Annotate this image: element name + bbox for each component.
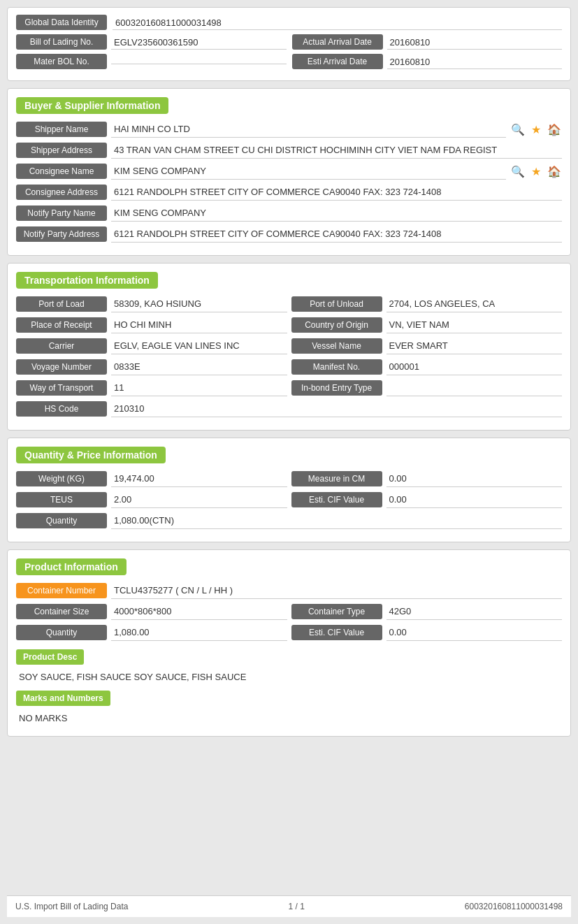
notify-party-address-value: 6121 RANDOLPH STREET CITY OF COMMERCE CA… <box>111 226 562 243</box>
port-of-unload-col: Port of Unload 2704, LOS ANGELES, CA <box>291 296 563 312</box>
page: Global Data Identity 6003201608110000314… <box>0 0 578 924</box>
quantity-value: 1,080.00(CTN) <box>111 512 562 529</box>
way-of-transport-label: Way of Transport <box>16 380 107 396</box>
place-of-receipt-col: Place of Receipt HO CHI MINH <box>16 317 287 333</box>
voyage-number-col: Voyage Number 0833E <box>16 359 287 375</box>
product-esti-cif-col: Esti. CIF Value 0.00 <box>291 624 563 641</box>
container-size-value: 4000*806*800 <box>111 603 287 620</box>
voyage-number-value: 0833E <box>111 359 287 375</box>
esti-arrival-date-value: 20160810 <box>387 54 563 69</box>
product-quantity-cif-row: Quantity 1,080.00 Esti. CIF Value 0.00 <box>16 624 562 641</box>
shipper-star-icon[interactable]: ★ <box>528 122 544 137</box>
carrier-value: EGLV, EAGLE VAN LINES INC <box>111 338 287 354</box>
consignee-name-value: KIM SENG COMPANY <box>111 163 506 180</box>
weight-measure-row: Weight (KG) 19,474.00 Measure in CM 0.00 <box>16 470 562 487</box>
container-number-row: Container Number TCLU4375277 ( CN / L / … <box>16 582 562 599</box>
footer-center: 1 / 1 <box>288 902 304 911</box>
notify-party-address-row: Notify Party Address 6121 RANDOLPH STREE… <box>16 226 562 243</box>
esti-cif-col: Esti. CIF Value 0.00 <box>291 491 563 508</box>
footer-left: U.S. Import Bill of Lading Data <box>15 902 128 911</box>
weight-kg-col: Weight (KG) 19,474.00 <box>16 470 287 487</box>
teus-label: TEUS <box>16 492 107 507</box>
product-desc-text: SOY SAUCE, FISH SAUCE SOY SAUCE, FISH SA… <box>16 667 562 686</box>
inbond-entry-value <box>386 380 563 396</box>
footer: U.S. Import Bill of Lading Data 1 / 1 60… <box>7 895 571 917</box>
esti-cif-value-label: Esti. CIF Value <box>291 492 382 507</box>
manifest-no-label: Manifest No. <box>291 359 382 375</box>
marks-and-numbers-button[interactable]: Marks and Numbers <box>16 691 110 706</box>
shipper-name-value: HAI MINH CO LTD <box>111 121 506 138</box>
shipper-icons: 🔍 ★ 🏠 <box>510 122 562 137</box>
quantity-label: Quantity <box>16 513 107 528</box>
consignee-star-icon[interactable]: ★ <box>528 164 544 179</box>
actual-arrival-date-value: 20160810 <box>387 34 563 50</box>
carrier-label: Carrier <box>16 338 107 354</box>
product-desc-button[interactable]: Product Desc <box>16 649 84 665</box>
esti-cif-value-value: 0.00 <box>386 491 563 508</box>
weight-kg-value: 19,474.00 <box>111 470 287 487</box>
manifest-no-col: Manifest No. 000001 <box>291 359 563 375</box>
product-header: Product Information <box>16 558 127 575</box>
teus-cif-row: TEUS 2.00 Esti. CIF Value 0.00 <box>16 491 562 508</box>
notify-party-name-row: Notify Party Name KIM SENG COMPANY <box>16 205 562 222</box>
consignee-icons: 🔍 ★ 🏠 <box>510 164 562 179</box>
voyage-manifest-row: Voyage Number 0833E Manifest No. 000001 <box>16 359 562 375</box>
shipper-name-row: Shipper Name HAI MINH CO LTD 🔍 ★ 🏠 <box>16 121 562 138</box>
bill-of-lading-col: Bill of Lading No. EGLV235600361590 <box>16 34 287 50</box>
product-quantity-value: 1,080.00 <box>111 624 287 641</box>
place-of-receipt-label: Place of Receipt <box>16 317 107 333</box>
country-of-origin-label: Country of Origin <box>291 317 382 333</box>
esti-arrival-col: Esti Arrival Date 20160810 <box>292 54 563 69</box>
shipper-address-label: Shipper Address <box>16 143 107 158</box>
bill-of-lading-value: EGLV235600361590 <box>111 34 287 50</box>
top-card: Global Data Identity 6003201608110000314… <box>7 7 571 81</box>
vessel-name-label: Vessel Name <box>291 338 382 354</box>
container-size-col: Container Size 4000*806*800 <box>16 603 287 620</box>
shipper-search-icon[interactable]: 🔍 <box>510 122 526 137</box>
container-number-value: TCLU4375277 ( CN / L / HH ) <box>111 582 562 599</box>
port-of-load-value: 58309, KAO HSIUNG <box>111 296 287 312</box>
container-type-col: Container Type 42G0 <box>291 603 563 620</box>
container-type-value: 42G0 <box>386 603 563 620</box>
quantity-price-card: Quantity & Price Information Weight (KG)… <box>7 438 571 542</box>
port-of-unload-value: 2704, LOS ANGELES, CA <box>386 296 563 312</box>
mater-bol-label: Mater BOL No. <box>16 54 107 69</box>
weight-kg-label: Weight (KG) <box>16 471 107 486</box>
teus-col: TEUS 2.00 <box>16 491 287 508</box>
shipper-address-value: 43 TRAN VAN CHAM STREET CU CHI DISTRICT … <box>111 142 562 159</box>
shipper-home-icon[interactable]: 🏠 <box>547 122 562 137</box>
global-data-identity-label: Global Data Identity <box>16 15 107 30</box>
product-desc-btn-row: Product Desc <box>16 645 562 667</box>
transport-inbond-row: Way of Transport 11 In-bond Entry Type <box>16 380 562 396</box>
country-of-origin-col: Country of Origin VN, VIET NAM <box>291 317 563 333</box>
quantity-price-header: Quantity & Price Information <box>16 447 166 463</box>
port-of-load-label: Port of Load <box>16 296 107 312</box>
vessel-name-value: EVER SMART <box>386 338 563 354</box>
consignee-name-label: Consignee Name <box>16 164 107 179</box>
global-data-row: Global Data Identity 6003201608110000314… <box>16 15 562 30</box>
bill-of-lading-label: Bill of Lading No. <box>16 34 107 50</box>
container-size-label: Container Size <box>16 604 107 619</box>
port-of-unload-label: Port of Unload <box>291 296 382 312</box>
actual-arrival-date-label: Actual Arrival Date <box>292 34 383 50</box>
carrier-col: Carrier EGLV, EAGLE VAN LINES INC <box>16 338 287 354</box>
consignee-home-icon[interactable]: 🏠 <box>547 164 562 179</box>
product-esti-cif-value: 0.00 <box>386 624 563 641</box>
receipt-origin-row: Place of Receipt HO CHI MINH Country of … <box>16 317 562 333</box>
consignee-name-row: Consignee Name KIM SENG COMPANY 🔍 ★ 🏠 <box>16 163 562 180</box>
transportation-header: Transportation Information <box>16 272 158 289</box>
consignee-search-icon[interactable]: 🔍 <box>510 164 526 179</box>
inbond-entry-label: In-bond Entry Type <box>291 380 382 396</box>
footer-right: 600320160811000031498 <box>465 902 563 911</box>
shipper-name-label: Shipper Name <box>16 122 107 137</box>
product-card: Product Information Container Number TCL… <box>7 549 571 737</box>
notify-party-address-label: Notify Party Address <box>16 226 107 242</box>
consignee-address-value: 6121 RANDOLPH STREET CITY OF COMMERCE CA… <box>111 184 562 201</box>
notify-party-name-value: KIM SENG COMPANY <box>111 205 562 222</box>
global-data-identity-value: 600320160811000031498 <box>113 15 562 30</box>
marks-and-numbers-text: NO MARKS <box>16 709 562 728</box>
measure-in-cm-value: 0.00 <box>386 470 563 487</box>
esti-arrival-date-label: Esti Arrival Date <box>292 54 383 69</box>
manifest-no-value: 000001 <box>386 359 563 375</box>
buyer-supplier-header: Buyer & Supplier Information <box>16 97 168 114</box>
